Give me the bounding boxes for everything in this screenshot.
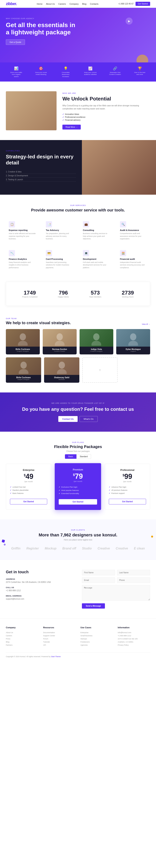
decor-dot-left <box>4 544 5 546</box>
footer-link-0-4[interactable]: Partners <box>6 644 38 647</box>
team-name-5: Shabeezay Sahil <box>44 376 80 379</box>
pricing-plan-1: Premium <box>59 468 97 471</box>
nav-about[interactable]: About Us <box>46 3 55 5</box>
who-list: Innovative Ideas Professional excellence… <box>62 113 150 122</box>
phone-input[interactable] <box>117 577 150 583</box>
pricing-cta-1[interactable]: Get Started <box>59 499 97 505</box>
svg-point-4 <box>93 333 99 340</box>
stat-num-3: 2739 <box>122 290 134 296</box>
pricing-yearly-toggle[interactable]: Standard <box>76 454 91 459</box>
email-input[interactable] <box>82 577 115 583</box>
team-card-5: Shabeezay Sahil Illustrator <box>44 358 80 383</box>
last-name-input[interactable] <box>117 570 150 576</box>
stat-1: 796 Happy Clients <box>58 290 69 298</box>
contact-section: Get in touch Address 2274 Corbell Ave. S… <box>0 560 156 618</box>
form-submit-button[interactable]: Send a Message <box>82 603 105 609</box>
service-card-7: 🧮 Financial audit Independent financial … <box>117 247 150 272</box>
svg-point-1 <box>18 341 28 346</box>
nav-events[interactable]: Company <box>69 3 79 5</box>
pricing-monthly-toggle[interactable]: Basic <box>65 454 76 459</box>
service-icon-1: 📑 <box>46 221 52 227</box>
pricing-price-1: $79 <box>59 472 97 480</box>
team-avatar-1 <box>43 329 76 347</box>
message-textarea[interactable] <box>82 585 150 600</box>
footer-link-0-1[interactable]: Careers <box>6 634 38 637</box>
nav-contacts[interactable]: Contacts <box>90 3 98 5</box>
services-section: Our Services Provide awesome customer se… <box>0 195 156 282</box>
cta-whatson-button[interactable]: What's On <box>80 416 98 422</box>
footer-link-0-3[interactable]: Blog <box>6 640 38 644</box>
who-list-item-0: Innovative Ideas <box>62 113 150 116</box>
contact-email-label: Email Address <box>6 595 74 597</box>
footer-link-2-3[interactable]: Freelancers <box>81 640 113 644</box>
footer-links-2: Enterprise Small Business Startups Freel… <box>81 631 113 647</box>
footer-link-2-0[interactable]: Enterprise <box>81 631 113 634</box>
first-name-input[interactable] <box>82 570 115 576</box>
svg-point-2 <box>57 333 63 340</box>
footer-link-2-1[interactable]: Small Business <box>81 634 113 637</box>
svg-point-11 <box>57 369 67 374</box>
feature-label-0: Drive more traffic from organic search <box>9 71 23 78</box>
footer-link-2-2[interactable]: Startups <box>81 637 113 640</box>
team-name-2: Indigo Viola <box>80 348 114 350</box>
team-add-button[interactable]: + <box>82 358 118 383</box>
brand-logo-5: Creative <box>97 547 110 550</box>
who-description: Why ConsulGroup is a guiding star cap of… <box>62 104 150 111</box>
who-image <box>6 91 57 130</box>
service-card-5: 💳 Card Processing Seamless card processi… <box>43 247 76 272</box>
footer-link-1-4[interactable]: API <box>43 644 75 647</box>
contact-phone-label: CALL US <box>6 587 74 588</box>
pricing-cta-2[interactable]: Get Started <box>109 499 146 504</box>
team-header: Our Team We help to create visual strate… <box>6 317 150 325</box>
contact-email-value: support@konsul.com <box>6 597 74 600</box>
feature-item-4: 🔗 Shareable Viral Content Creation <box>108 66 122 78</box>
nav-blog[interactable]: Blog <box>82 3 86 5</box>
pricing-features-1: Exclusive Plan login Most popular featur… <box>59 486 97 495</box>
team-name-1: Normaa Gordon <box>43 348 76 350</box>
footer-brand-link[interactable]: Start Theme <box>51 656 61 657</box>
get-started-button[interactable]: Get Started <box>135 2 150 6</box>
who-section: Who we are We Unlock Potential Why Consu… <box>0 82 156 140</box>
footer-link-3-3: Anaheim, CA 92801 <box>118 640 150 644</box>
hero-cta-button[interactable]: Get a Quote <box>6 39 25 45</box>
footer-link-1-1[interactable]: Support Center <box>43 634 75 637</box>
team-role-4: Graphic Designer <box>6 379 41 380</box>
service-icon-6: 💻 <box>83 250 89 256</box>
who-content: Who we are We Unlock Potential Why Consu… <box>62 92 150 129</box>
feature-icon-3: 📈 <box>88 66 92 71</box>
stat-label-3: Working Hours <box>122 296 134 298</box>
pricing-card-premium: Premium $79 /per month Exclusive Plan lo… <box>55 463 101 510</box>
footer-link-0-0[interactable]: About Us <box>6 631 38 634</box>
footer-link-3-1: +1 800-888-1212 <box>118 634 150 637</box>
service-name-1: Tax Advisory <box>46 229 73 231</box>
nav-home[interactable]: Home <box>37 3 42 5</box>
footer-link-0-2[interactable]: Press <box>6 637 38 640</box>
service-desc-2: Business consulting services to help ach… <box>83 232 110 240</box>
service-name-7: Financial audit <box>120 258 147 260</box>
feature-item-1: 🎯 Grow your social media following <box>34 66 48 78</box>
team-name-0: Birlie Cochrane <box>6 348 40 350</box>
team-card-4: Birlie Cochrane Graphic Designer <box>6 358 41 383</box>
cta-contact-button[interactable]: Contact Us <box>58 416 77 422</box>
footer-copyright: Copyright © 2024 Konsul. All rights rese… <box>6 656 61 657</box>
capabilities-content: Capabilities Strategy-led design in ever… <box>0 140 82 195</box>
cap-list-item-1: 2. Design & Development <box>6 174 76 178</box>
read-more-button[interactable]: Read More → <box>62 125 81 129</box>
play-button[interactable]: ▶ <box>126 18 133 25</box>
footer-link-2-4[interactable]: Agencies <box>81 644 113 647</box>
team-role-3: Support <box>116 350 150 352</box>
service-name-5: Card Processing <box>46 258 73 260</box>
pricing-tag: Our Plans <box>6 441 150 443</box>
team-view-all-link[interactable]: View All → <box>142 323 150 325</box>
pricing-period-1: /per month <box>59 480 97 483</box>
pricing-cta-0[interactable]: Get Started <box>10 499 47 504</box>
pricing-toggle: Basic Standard <box>6 454 150 459</box>
nav-careers[interactable]: Careers <box>58 3 66 5</box>
svg-point-10 <box>59 362 65 369</box>
footer-link-3-4[interactable]: Privacy Policy <box>118 644 150 647</box>
designers-section: Our Clients More than 7,962 designers us… <box>0 519 156 560</box>
footer-link-1-0[interactable]: Documentation <box>43 631 75 634</box>
service-card-4: 📉 Finance Analytics Deep financial analy… <box>6 247 39 272</box>
footer-link-1-3[interactable]: Tutorials <box>43 640 75 644</box>
footer-link-1-2[interactable]: Forum <box>43 637 75 640</box>
